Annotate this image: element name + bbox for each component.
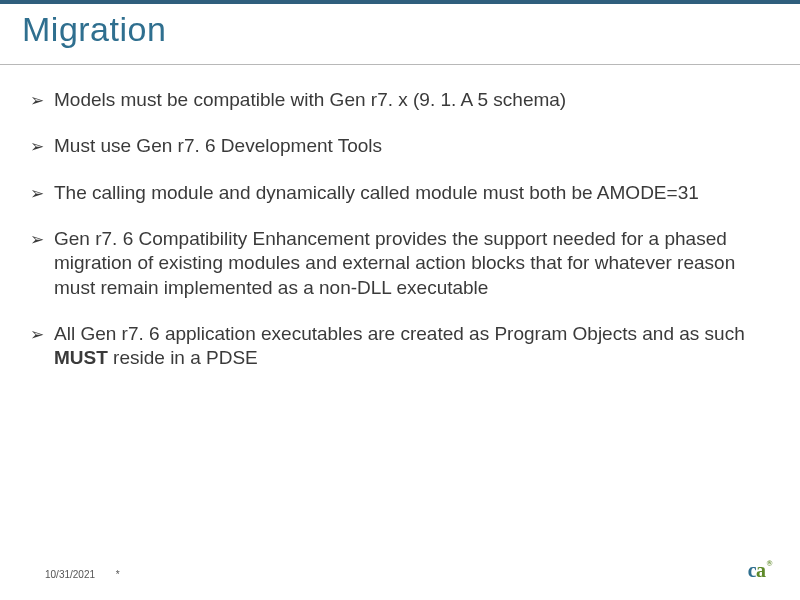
bullet-item: ➢ The calling module and dynamically cal… xyxy=(30,181,770,205)
bullet-item: ➢ Gen r7. 6 Compatibility Enhancement pr… xyxy=(30,227,770,300)
title-top-strip xyxy=(0,0,800,4)
footer: 10/31/2021 * xyxy=(45,569,120,580)
bullet-item: ➢ All Gen r7. 6 application executables … xyxy=(30,322,770,371)
bullet-text: Models must be compatible with Gen r7. x… xyxy=(54,88,770,112)
ca-logo: ca® xyxy=(748,559,772,582)
chevron-right-icon: ➢ xyxy=(30,136,44,158)
content-area: ➢ Models must be compatible with Gen r7.… xyxy=(30,88,770,393)
chevron-right-icon: ➢ xyxy=(30,90,44,112)
chevron-right-icon: ➢ xyxy=(30,229,44,251)
logo-c: c xyxy=(748,559,756,581)
footer-marker: * xyxy=(116,569,120,580)
title-underline xyxy=(0,64,800,65)
bullet-item: ➢ Models must be compatible with Gen r7.… xyxy=(30,88,770,112)
logo-a: a xyxy=(756,559,766,581)
bullet-text: All Gen r7. 6 application executables ar… xyxy=(54,322,770,371)
bullet-text: Must use Gen r7. 6 Development Tools xyxy=(54,134,770,158)
slide-title: Migration xyxy=(22,10,166,49)
chevron-right-icon: ➢ xyxy=(30,324,44,346)
bullet-text: The calling module and dynamically calle… xyxy=(54,181,770,205)
footer-date: 10/31/2021 xyxy=(45,569,95,580)
bullet-item: ➢ Must use Gen r7. 6 Development Tools xyxy=(30,134,770,158)
chevron-right-icon: ➢ xyxy=(30,183,44,205)
bullet-text: Gen r7. 6 Compatibility Enhancement prov… xyxy=(54,227,770,300)
registered-icon: ® xyxy=(767,559,772,568)
slide: Migration ➢ Models must be compatible wi… xyxy=(0,0,800,600)
